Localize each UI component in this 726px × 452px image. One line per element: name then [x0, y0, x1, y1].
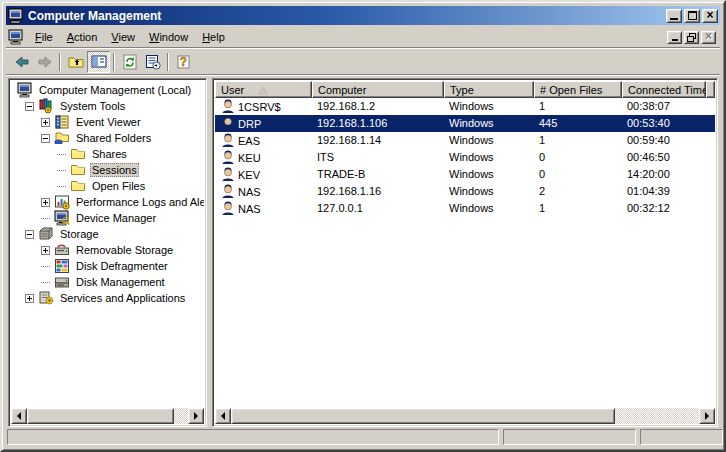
user-icon	[220, 184, 236, 200]
close-button[interactable]: ×	[702, 9, 718, 23]
tree-item-removable-storage[interactable]: Removable Storage	[11, 242, 204, 258]
title-bar[interactable]: Computer Management ×	[6, 6, 720, 25]
tree-item-computer-management[interactable]: Computer Management (Local)	[11, 82, 204, 98]
console-tree-pane: Computer Management (Local) System Tools…	[8, 78, 207, 427]
tree-item-services-and-applications[interactable]: Services and Applications	[11, 290, 204, 306]
session-row-selected[interactable]: DRP 192.168.1.106 Windows 445 00:53:40	[215, 115, 715, 132]
back-button[interactable]	[10, 51, 33, 73]
tree-item-sessions[interactable]: Sessions	[11, 162, 204, 178]
mdi-restore-button[interactable]	[684, 31, 699, 44]
tree-item-performance-logs[interactable]: Performance Logs and Alerts	[11, 194, 204, 210]
tree-item-device-manager[interactable]: Device Manager	[11, 210, 204, 226]
show-console-tree-button[interactable]	[87, 51, 110, 73]
help-icon: ?	[176, 54, 192, 70]
tree-item-disk-defragmenter[interactable]: Disk Defragmenter	[11, 258, 204, 274]
forward-button[interactable]	[33, 51, 56, 73]
tree-item-system-tools[interactable]: System Tools	[11, 98, 204, 114]
console-tree: Computer Management (Local) System Tools…	[11, 82, 204, 408]
status-section-main	[7, 429, 499, 445]
column-header-open-files[interactable]: # Open Files	[534, 81, 622, 98]
tree-item-label: Sessions	[90, 163, 139, 177]
tree-item-label: Shares	[90, 148, 129, 160]
menu-window[interactable]: Window	[142, 28, 195, 46]
mdi-restore-icon	[687, 33, 696, 42]
tree-item-label: Removable Storage	[74, 244, 175, 256]
session-row[interactable]: NAS 192.168.1.16 Windows 2 01:04:39	[215, 183, 715, 200]
session-row[interactable]: EAS 192.168.1.14 Windows 1 00:59:40	[215, 132, 715, 149]
column-header-connected-time[interactable]: Connected Time	[622, 81, 706, 98]
session-row[interactable]: KEU ITS Windows 0 00:46:50	[215, 149, 715, 166]
expand-expander-icon[interactable]	[25, 294, 34, 303]
mdi-close-icon: ×	[705, 29, 712, 43]
show-console-tree-icon	[91, 54, 107, 70]
export-list-icon	[145, 54, 161, 70]
refresh-button[interactable]	[118, 51, 141, 73]
list-horizontal-scrollbar[interactable]	[215, 408, 715, 424]
window-title: Computer Management	[28, 9, 161, 23]
tree-item-shares[interactable]: Shares	[11, 146, 204, 162]
menu-action[interactable]: Action	[60, 28, 105, 46]
computer-management-app-icon	[8, 8, 24, 24]
sessions-list-pane: User Computer Type # Open Files Connecte…	[212, 78, 718, 427]
computer-management-window: Computer Management × File Action View W…	[0, 0, 726, 452]
menu-view[interactable]: View	[104, 28, 142, 46]
export-list-button[interactable]	[141, 51, 164, 73]
scroll-left-button[interactable]	[11, 408, 27, 424]
tree-item-shared-folders[interactable]: Shared Folders	[11, 130, 204, 146]
tree-item-disk-management[interactable]: Disk Management	[11, 274, 204, 290]
collapse-expander-icon[interactable]	[25, 230, 34, 239]
scrollbar-thumb[interactable]	[231, 408, 615, 424]
collapse-expander-icon[interactable]	[25, 102, 34, 111]
scroll-right-button[interactable]	[699, 408, 715, 424]
device-manager-icon	[54, 210, 70, 226]
tree-item-storage[interactable]: Storage	[11, 226, 204, 242]
session-row[interactable]: 1CSRV$ 192.168.1.2 Windows 1 00:38:07	[215, 98, 715, 115]
column-header-filler	[706, 81, 715, 98]
folder-icon	[70, 146, 86, 162]
up-one-level-button[interactable]	[64, 51, 87, 73]
removable-storage-icon	[54, 242, 70, 258]
scroll-right-icon	[705, 412, 709, 420]
disk-management-icon	[54, 274, 70, 290]
console-window-icon[interactable]	[8, 29, 24, 45]
tree-item-label: Services and Applications	[58, 292, 187, 304]
mdi-minimize-button[interactable]	[667, 31, 682, 44]
scroll-right-button[interactable]	[188, 408, 204, 424]
tree-item-label: Event Viewer	[74, 116, 143, 128]
session-row[interactable]: KEV TRADE-B Windows 0 14:20:00	[215, 166, 715, 183]
expand-expander-icon[interactable]	[41, 198, 50, 207]
help-button[interactable]: ?	[172, 51, 195, 73]
menu-file[interactable]: File	[28, 28, 60, 46]
minimize-icon	[670, 18, 678, 20]
column-header-user[interactable]: User	[215, 81, 312, 98]
menu-bar: File Action View Window Help ×	[6, 27, 720, 48]
collapse-expander-icon[interactable]	[41, 134, 50, 143]
scrollbar-thumb[interactable]	[27, 408, 174, 424]
tree-item-label: Shared Folders	[74, 132, 153, 144]
menu-help[interactable]: Help	[195, 28, 232, 46]
tree-horizontal-scrollbar[interactable]	[11, 408, 204, 424]
tree-item-open-files[interactable]: Open Files	[11, 178, 204, 194]
tree-connector	[41, 218, 50, 219]
status-bar	[6, 427, 720, 446]
column-header-type[interactable]: Type	[444, 81, 534, 98]
minimize-button[interactable]	[666, 9, 682, 23]
tree-item-label: Disk Management	[74, 276, 167, 288]
storage-icon	[38, 226, 54, 242]
tree-item-label: Computer Management (Local)	[37, 84, 193, 96]
list-header: User Computer Type # Open Files Connecte…	[215, 81, 715, 98]
toolbar-separator	[59, 53, 61, 71]
toolbar-separator	[113, 53, 115, 71]
column-header-computer[interactable]: Computer	[312, 81, 444, 98]
expand-expander-icon[interactable]	[41, 246, 50, 255]
tree-connector	[57, 154, 66, 155]
session-row[interactable]: NAS 127.0.0.1 Windows 1 00:32:12	[215, 200, 715, 217]
tree-connector	[41, 266, 50, 267]
scroll-left-button[interactable]	[215, 408, 231, 424]
close-icon: ×	[706, 9, 713, 21]
disk-defragmenter-icon	[54, 258, 70, 274]
tree-item-event-viewer[interactable]: Event Viewer	[11, 114, 204, 130]
expand-expander-icon[interactable]	[41, 118, 50, 127]
maximize-button[interactable]	[684, 9, 700, 23]
mdi-close-button[interactable]: ×	[701, 31, 716, 44]
